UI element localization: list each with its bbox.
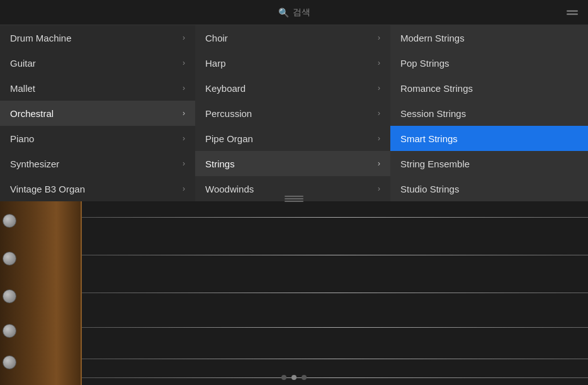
instrument-label: String Ensemble [400,159,470,169]
chevron-icon: › [183,59,185,67]
subcategory-item[interactable]: Percussion› [195,101,390,126]
instrument-label: Smart Strings [400,133,458,144]
subcategory-item[interactable]: Harp› [195,50,390,75]
tuning-peg[interactable] [3,355,16,369]
category-label: Mallet [10,83,35,94]
chevron-icon: › [378,109,380,118]
subcategory-item[interactable]: Choir› [195,25,390,50]
subcategory-label: Woodwinds [205,184,254,194]
instrument-item[interactable]: Modern Strings [390,25,588,50]
subcategory-item[interactable]: Pipe Organ› [195,126,390,151]
chevron-icon: › [183,159,185,168]
instrument-item[interactable]: Romance Strings [390,75,588,101]
search-placeholder: 검색 [293,7,310,18]
chevron-icon: › [183,33,185,42]
search-bar[interactable]: 🔍 검색 [0,0,588,25]
tuning-peg[interactable] [3,214,16,228]
string-line [82,217,588,218]
chevron-icon: › [183,109,185,118]
subcategory-label: Harp [205,58,226,69]
category-item[interactable]: Guitar› [0,50,195,75]
subcategory-label: Percussion [205,108,252,119]
instrument-item[interactable]: Studio Strings [390,176,588,201]
subcategory-column: Choir›Harp›Keyboard›Percussion›Pipe Orga… [195,25,390,201]
page-dot[interactable] [302,375,307,380]
string-line [82,359,588,359]
string-line [82,293,588,293]
chevron-icon: › [183,134,185,143]
chevron-icon: › [378,33,380,42]
chevron-icon: › [183,84,185,92]
chevron-icon: › [378,159,380,168]
category-label: Synthesizer [10,159,59,169]
instrument-area [0,201,588,385]
instrument-item[interactable]: Smart Strings [390,126,588,151]
instrument-label: Session Strings [400,108,466,119]
instrument-label: Studio Strings [400,184,459,194]
category-item[interactable]: Synthesizer› [0,151,195,176]
fretboard[interactable] [82,201,588,385]
search-icon: 🔍 [278,8,289,18]
chevron-icon: › [378,84,380,92]
category-label: Guitar [10,58,36,69]
category-item[interactable]: Orchestral› [0,101,195,126]
instrument-item[interactable]: String Ensemble [390,151,588,176]
category-label: Vintage B3 Organ [10,184,85,194]
instrument-item[interactable]: Session Strings [390,101,588,126]
chevron-icon: › [183,184,185,193]
category-label: Orchestral [10,108,54,119]
instrument-label: Romance Strings [400,83,473,94]
menu-icon[interactable] [567,10,578,14]
chevron-icon: › [378,59,380,67]
instrument-column: Modern StringsPop StringsRomance Strings… [390,25,588,201]
page-dot[interactable] [281,375,286,380]
category-item[interactable]: Vintage B3 Organ› [0,176,195,201]
page-dot[interactable] [291,375,297,380]
wood-panel [0,201,82,385]
menu-area: Drum Machine›Guitar›Mallet›Orchestral›Pi… [0,25,588,201]
string-line [82,255,588,255]
subcategory-label: Choir [205,33,228,43]
instrument-background [0,201,588,385]
instrument-item[interactable]: Pop Strings [390,50,588,75]
category-item[interactable]: Drum Machine› [0,25,195,50]
subcategory-label: Strings [205,159,235,169]
category-label: Drum Machine [10,33,72,43]
instrument-label: Modern Strings [400,33,465,43]
tuning-peg[interactable] [3,252,16,265]
subcategory-item[interactable]: Strings› [195,151,390,176]
category-label: Piano [10,133,34,144]
category-item[interactable]: Piano› [0,126,195,151]
subcategory-item[interactable]: Keyboard› [195,75,390,101]
chevron-icon: › [378,134,380,143]
tuning-peg[interactable] [3,289,16,303]
instrument-label: Pop Strings [400,58,449,69]
string-line [82,327,588,328]
subcategory-label: Pipe Organ [205,133,253,144]
category-column: Drum Machine›Guitar›Mallet›Orchestral›Pi… [0,25,195,201]
category-item[interactable]: Mallet› [0,75,195,101]
chevron-icon: › [378,184,380,193]
drag-handle[interactable] [285,196,303,202]
subcategory-label: Keyboard [205,83,246,94]
page-dots [0,375,588,380]
tuning-peg[interactable] [3,324,16,338]
